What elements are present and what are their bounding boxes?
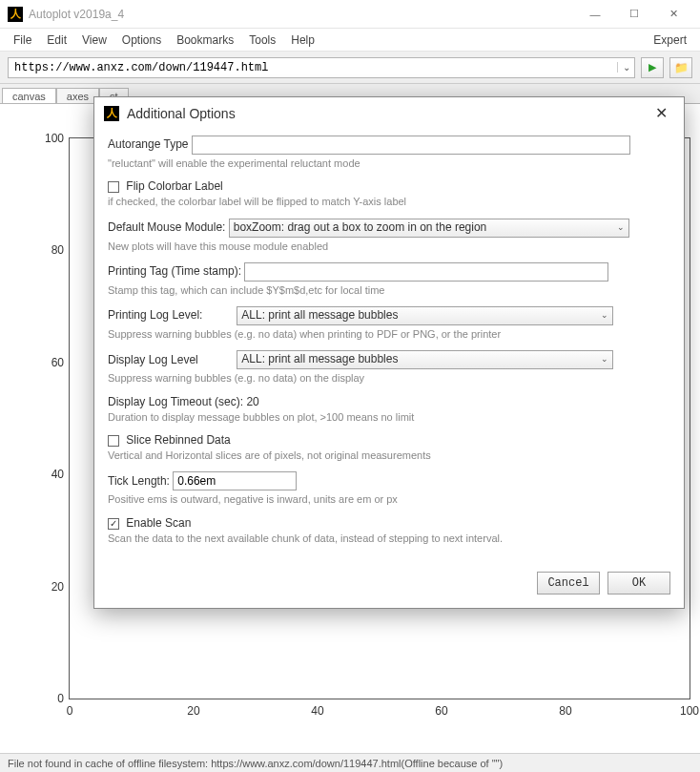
title-bar: 人 Autoplot v2019a_4 — ☐ ✕ (0, 0, 700, 29)
play-button[interactable]: ▶ (641, 57, 664, 78)
display-timeout-hint: Duration to display message bubbles on p… (108, 410, 670, 424)
chevron-down-icon: ⌄ (601, 310, 608, 320)
x-tick-label: 100 (680, 704, 699, 718)
printing-tag-hint: Stamp this tag, which can include $Y$m$d… (108, 283, 670, 297)
dialog-title-bar: 人 Additional Options ✕ (94, 97, 684, 130)
printing-tag-label: Printing Tag (Time stamp): (108, 264, 241, 278)
display-log-label: Display Log Level (108, 353, 234, 366)
menu-file[interactable]: File (6, 31, 39, 50)
default-mouse-combo[interactable]: boxZoom: drag out a box to zoom in on th… (229, 219, 629, 238)
address-input-wrapper: ⌄ (8, 57, 635, 78)
default-mouse-label: Default Mouse Module: (108, 220, 225, 234)
x-tick-label: 20 (187, 704, 199, 718)
app-icon: 人 (8, 7, 23, 22)
tick-length-label: Tick Length: (108, 474, 170, 488)
menu-help[interactable]: Help (283, 31, 322, 50)
display-log-combo[interactable]: ALL: print all message bubbles⌄ (237, 350, 613, 369)
dialog-close-button[interactable]: ✕ (648, 104, 674, 122)
x-tick-label: 60 (435, 704, 447, 718)
autorange-type-input[interactable] (193, 136, 629, 154)
autorange-type-hint: "reluctant" will enable the experimental… (108, 156, 670, 170)
display-timeout-value[interactable]: 20 (246, 395, 258, 408)
slice-rebinned-checkbox[interactable] (108, 435, 119, 447)
chevron-down-icon: ⌄ (617, 222, 625, 232)
dialog-app-icon: 人 (104, 106, 119, 121)
flip-colorbar-checkbox[interactable] (108, 181, 119, 193)
y-tick-label: 100 (45, 132, 64, 145)
enable-scan-label: Enable Scan (126, 516, 191, 530)
flip-colorbar-label: Flip Colorbar Label (126, 179, 222, 193)
flip-colorbar-hint: if checked, the colorbar label will be f… (108, 195, 670, 208)
cancel-button[interactable]: Cancel (537, 572, 600, 595)
slice-rebinned-hint: Vertical and Horizontal slices are of pi… (108, 449, 670, 462)
status-bar: File not found in cache of offline files… (0, 753, 700, 772)
printing-log-label: Printing Log Level: (108, 308, 234, 322)
y-tick-label: 40 (51, 468, 64, 481)
maximize-button[interactable]: ☐ (615, 5, 653, 24)
tab-canvas[interactable]: canvas (2, 88, 56, 104)
dialog-title: Additional Options (127, 106, 236, 121)
slice-rebinned-label: Slice Rebinned Data (126, 433, 230, 447)
menu-options[interactable]: Options (114, 31, 169, 50)
menu-tools[interactable]: Tools (241, 31, 283, 50)
address-bar: ⌄ ▶ 📁 (0, 52, 700, 84)
minimize-button[interactable]: — (576, 5, 614, 24)
printing-log-hint: Suppress warning bubbles (e.g. no data) … (108, 327, 670, 341)
tick-length-input[interactable] (174, 472, 296, 490)
default-mouse-hint: New plots will have this mouse module en… (108, 240, 670, 253)
x-tick-label: 80 (559, 704, 571, 718)
close-button[interactable]: ✕ (654, 5, 692, 24)
tick-length-hint: Positive ems is outward, negative is inw… (108, 492, 670, 506)
ok-button[interactable]: OK (607, 572, 670, 595)
folder-icon: 📁 (674, 61, 689, 74)
printing-tag-input[interactable] (245, 263, 607, 281)
chevron-down-icon: ⌄ (601, 354, 608, 364)
enable-scan-checkbox[interactable]: ✓ (108, 518, 119, 530)
x-tick-label: 0 (67, 704, 73, 718)
menu-edit[interactable]: Edit (39, 31, 74, 50)
y-tick-label: 0 (57, 692, 64, 705)
open-folder-button[interactable]: 📁 (669, 57, 692, 78)
address-dropdown[interactable]: ⌄ (617, 62, 634, 73)
enable-scan-hint: Scan the data to the next available chun… (108, 532, 670, 545)
autorange-type-label: Autorange Type (108, 137, 189, 151)
status-text: File not found in cache of offline files… (8, 758, 503, 769)
address-input[interactable] (9, 59, 617, 76)
display-log-hint: Suppress warning bubbles (e.g. no data) … (108, 371, 670, 385)
menu-view[interactable]: View (74, 31, 114, 50)
play-icon: ▶ (649, 61, 656, 73)
y-tick-label: 80 (51, 243, 64, 257)
x-tick-label: 40 (311, 704, 323, 718)
menu-expert[interactable]: Expert (646, 31, 694, 50)
y-tick-label: 60 (51, 356, 64, 369)
y-tick-label: 20 (51, 580, 64, 594)
menu-bar: File Edit View Options Bookmarks Tools H… (0, 29, 700, 52)
additional-options-dialog: 人 Additional Options ✕ Autorange Type "r… (93, 96, 685, 609)
display-timeout-label: Display Log Timeout (sec): (108, 395, 243, 408)
window-title: Autoplot v2019a_4 (29, 8, 124, 21)
printing-log-combo[interactable]: ALL: print all message bubbles⌄ (237, 306, 613, 325)
menu-bookmarks[interactable]: Bookmarks (169, 31, 241, 50)
